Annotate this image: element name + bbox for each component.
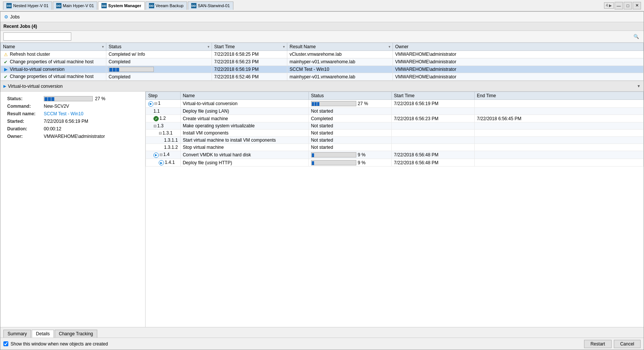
job-starttime-cell: 7/22/2018 6:56:19 PM: [212, 66, 287, 73]
detail-panel-header[interactable]: ▶ Virtual-to-virtual conversion ▼: [0, 81, 644, 92]
tab-san[interactable]: DD SAN-Starwind-01: [188, 2, 233, 10]
step-endtime-cell: [474, 144, 643, 151]
step-play-icon: ▶: [153, 153, 159, 158]
sort-arrow-resultname: ▼: [388, 45, 391, 49]
step-name-cell: Start virtual machine to install VM comp…: [180, 137, 308, 144]
title-bar-controls: 4 ▶ — □ ✕: [604, 2, 641, 9]
job-owner-cell: VMWAREHOME\administrator: [393, 73, 644, 81]
step-number-cell: 1.1: [146, 107, 181, 115]
step-row[interactable]: ▶1.4.1 Deploy file (using HTTP) 9 % 7/22…: [146, 159, 644, 167]
tab-icon-san: DD: [191, 3, 196, 8]
step-endtime-cell: [474, 107, 643, 115]
steps-col-name[interactable]: Name: [180, 92, 308, 100]
step-row[interactable]: ⊟1.3.1 Install VM components Not started: [146, 130, 644, 137]
step-name-cell: Deploy file (using LAN): [180, 107, 308, 115]
close-button[interactable]: ✕: [633, 2, 641, 9]
step-starttime-cell: 7/22/2018 6:56:48 PM: [391, 151, 474, 159]
tab-icon-sysmanager: DD: [101, 3, 107, 8]
minimize-button[interactable]: —: [615, 2, 623, 9]
expand-btn[interactable]: 4 ▶: [604, 2, 614, 9]
steps-col-starttime[interactable]: Start Time: [391, 92, 474, 100]
col-header-name[interactable]: Name ▼: [1, 43, 106, 51]
restart-button[interactable]: Restart: [584, 340, 612, 348]
step-endtime-cell: [474, 122, 643, 130]
steps-col-endtime[interactable]: End Time: [474, 92, 643, 100]
step-row[interactable]: 1.3.1.1 Start virtual machine to install…: [146, 137, 644, 144]
result-name-link[interactable]: SCCM Test - Win10: [44, 111, 83, 116]
step-starttime-cell: 7/22/2018 6:56:48 PM: [391, 159, 474, 167]
step-starttime-cell: [391, 144, 474, 151]
status-pct-label: 27 %: [95, 96, 105, 101]
step-starttime-cell: [391, 107, 474, 115]
job-owner-cell: VMWAREHOME\administrator: [393, 51, 644, 58]
window-title: Jobs: [10, 14, 20, 20]
duration-label: Duration:: [6, 125, 41, 132]
detail-command-row: Command: New-SCV2V: [6, 103, 140, 110]
show-window-label[interactable]: Show this window when new objects are cr…: [11, 341, 584, 347]
tab-icon-main: DD: [56, 3, 61, 8]
sort-arrow-status: ▼: [207, 45, 210, 49]
cancel-button[interactable]: Cancel: [614, 340, 641, 348]
step-row[interactable]: ▶⊟1 Virtual-to-virtual conversion 27 % 7…: [146, 100, 644, 108]
steps-col-status[interactable]: Status: [308, 92, 391, 100]
search-bar: 🔍: [0, 31, 644, 43]
lower-section: ▶ Virtual-to-virtual conversion ▼ Status…: [0, 81, 644, 327]
detail-panel-body: Status: 27 % Command: New-SCV: [0, 92, 644, 327]
detail-panel-title: Virtual-to-virtual conversion: [8, 84, 63, 89]
step-endtime-cell: 7/22/2018 6:56:45 PM: [474, 115, 643, 122]
step-endtime-cell: [474, 130, 643, 137]
jobs-table-row[interactable]: ⚠Refresh host cluster Completed w/ Info …: [1, 51, 644, 58]
tab-details[interactable]: Details: [32, 330, 54, 338]
footer: Show this window when new objects are cr…: [0, 338, 644, 350]
tab-veeam[interactable]: DD Veeam Backup: [146, 2, 187, 10]
jobs-table-row[interactable]: ✔Change properties of virtual machine ho…: [1, 73, 644, 81]
jobs-table-body: ⚠Refresh host cluster Completed w/ Info …: [1, 51, 644, 81]
tab-system-manager[interactable]: DD System Manager: [98, 2, 144, 10]
show-window-checkbox[interactable]: [3, 341, 8, 346]
step-row[interactable]: ✔1.2 Create virtual machine Completed 7/…: [146, 115, 644, 122]
jobs-table-row[interactable]: ▶Virtual-to-virtual conversion 7/22/2018…: [1, 66, 644, 73]
step-row[interactable]: ⊟1.3 Make operating system virtualizable…: [146, 122, 644, 130]
tab-change-tracking[interactable]: Change Tracking: [55, 330, 97, 338]
col-header-owner[interactable]: Owner: [393, 43, 644, 51]
tab-label-main: Main Hyper-V 01: [63, 3, 94, 8]
tab-summary[interactable]: Summary: [3, 330, 31, 338]
col-header-resultname[interactable]: Result Name ▼: [287, 43, 393, 51]
step-row[interactable]: 1.1 Deploy file (using LAN) Not started: [146, 107, 644, 115]
steps-col-step[interactable]: Step: [146, 92, 181, 100]
command-label: Command:: [6, 103, 41, 110]
step-name-cell: Stop virtual machine: [180, 144, 308, 151]
col-header-status[interactable]: Status ▼: [106, 43, 212, 51]
tab-main-hyperv[interactable]: DD Main Hyper-V 01: [53, 2, 98, 10]
step-status-cell: 9 %: [308, 151, 391, 159]
step-status-cell: Not started: [308, 107, 391, 115]
step-status-cell: 27 %: [308, 100, 391, 108]
status-progress-bar: [44, 96, 93, 101]
step-starttime-cell: 7/22/2018 6:56:23 PM: [391, 115, 474, 122]
job-status-cell: Completed w/ Info: [106, 51, 212, 58]
jobs-table-row[interactable]: ✔Change properties of virtual machine ho…: [1, 58, 644, 66]
step-row[interactable]: 1.3.1.2 Stop virtual machine Not started: [146, 144, 644, 151]
step-name-cell: Install VM components: [180, 130, 308, 137]
maximize-button[interactable]: □: [624, 2, 632, 9]
col-header-starttime[interactable]: Start Time ▼: [212, 43, 287, 51]
expand-icon: ⊟: [159, 131, 162, 135]
tab-icon-veeam: DD: [149, 3, 154, 8]
tab-label-san: SAN-Starwind-01: [198, 3, 230, 8]
tab-label-sysmanager: System Manager: [108, 3, 141, 8]
expand-icon: ⊟: [159, 153, 163, 157]
step-starttime-cell: 7/22/2018 6:56:19 PM: [391, 100, 474, 108]
tab-nested-hyperv[interactable]: DD Nested Hyper-V 01: [3, 2, 52, 10]
status-row-content: 27 %: [44, 96, 138, 101]
result-name-value: SCCM Test - Win10: [42, 110, 140, 117]
step-name-cell: Deploy file (using HTTP): [180, 159, 308, 167]
step-row[interactable]: ▶⊟1.4 Convert VMDK to virtual hard disk …: [146, 151, 644, 159]
detail-info-table: Status: 27 % Command: New-SCV: [5, 95, 141, 141]
step-status-cell: Not started: [308, 144, 391, 151]
job-resultname-cell: vCluster.vmwarehome.lab: [287, 51, 393, 58]
step-number-cell: ⊟1.3: [146, 122, 181, 130]
search-input[interactable]: [3, 32, 71, 41]
detail-duration-row: Duration: 00:00:12: [6, 125, 140, 132]
title-bar: DD Nested Hyper-V 01 DD Main Hyper-V 01 …: [0, 0, 644, 11]
job-starttime-cell: 7/22/2018 6:58:25 PM: [212, 51, 287, 58]
